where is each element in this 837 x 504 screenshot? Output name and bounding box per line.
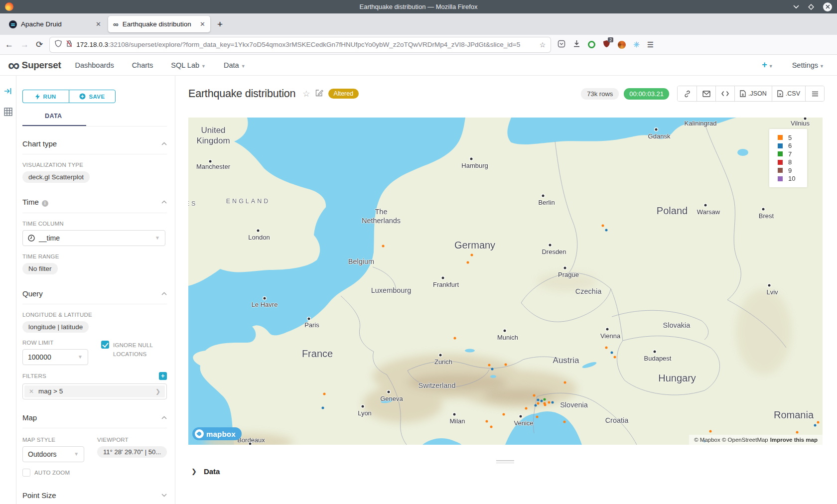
data-point[interactable]: [537, 402, 540, 405]
data-point[interactable]: [488, 364, 491, 367]
data-point[interactable]: [548, 401, 551, 404]
extension-ring-icon[interactable]: [588, 41, 595, 48]
tracking-shield-icon[interactable]: [55, 40, 62, 49]
tab-apache-druid[interactable]: Apache Druid ✕: [4, 16, 106, 32]
save-button[interactable]: SAVE: [69, 90, 116, 103]
data-point[interactable]: [535, 404, 537, 407]
data-point[interactable]: [533, 394, 536, 397]
nav-data[interactable]: Data▼: [224, 61, 246, 69]
data-point[interactable]: [486, 420, 488, 423]
extension-spark-icon[interactable]: ✳: [633, 40, 640, 49]
edit-properties-icon[interactable]: [315, 89, 323, 99]
map-style-select[interactable]: Outdoors ▼: [22, 446, 84, 462]
bookmark-star-icon[interactable]: ☆: [540, 41, 546, 49]
data-point[interactable]: [503, 413, 505, 416]
datasource-grid-icon[interactable]: [4, 108, 12, 118]
map-label: London: [248, 234, 270, 242]
insecure-lock-icon[interactable]: [66, 40, 72, 49]
forward-button[interactable]: →: [20, 40, 29, 50]
chart-menu-button[interactable]: [805, 86, 824, 101]
improve-map-link[interactable]: Improve this map: [770, 437, 818, 443]
data-point[interactable]: [525, 407, 528, 410]
collapse-panel-icon[interactable]: [4, 88, 12, 97]
mapbox-logo[interactable]: mapbox: [192, 427, 242, 440]
lonlat-value[interactable]: longitude | latitude: [22, 321, 89, 333]
auto-zoom-checkbox[interactable]: [22, 469, 30, 477]
data-point[interactable]: [611, 352, 613, 354]
pocket-icon[interactable]: [558, 40, 565, 50]
minimize-icon[interactable]: [793, 5, 799, 9]
data-point[interactable]: [544, 398, 546, 401]
data-point[interactable]: [537, 399, 540, 401]
data-point[interactable]: [322, 407, 324, 409]
data-point[interactable]: [382, 245, 385, 248]
data-tab[interactable]: DATA: [22, 111, 167, 126]
superset-logo[interactable]: ∞ Superset: [8, 58, 61, 73]
data-point[interactable]: [471, 254, 473, 256]
reload-button[interactable]: ⟳: [36, 39, 43, 50]
section-query[interactable]: Query: [22, 289, 167, 298]
data-point[interactable]: [614, 356, 616, 359]
data-point[interactable]: [467, 261, 469, 264]
data-point[interactable]: [605, 347, 608, 349]
data-point[interactable]: [505, 364, 507, 366]
tab-earthquake-distribution[interactable]: ∞ Earthquake distribution ✕: [108, 16, 210, 32]
section-point-size[interactable]: Point Size: [22, 491, 167, 500]
favorite-star-icon[interactable]: ☆: [302, 89, 310, 99]
data-point[interactable]: [564, 381, 566, 384]
panel-drag-handle[interactable]: [496, 459, 514, 465]
adblock-shield-icon[interactable]: 2: [603, 40, 610, 50]
downloads-icon[interactable]: [573, 40, 580, 50]
data-point[interactable]: [536, 416, 539, 418]
back-button[interactable]: ←: [5, 40, 13, 50]
viz-type-value[interactable]: deck.gl Scatterplot: [22, 171, 90, 183]
add-filter-button[interactable]: +: [159, 372, 167, 380]
close-tab-icon[interactable]: ✕: [96, 20, 101, 28]
export-csv-button[interactable]: .CSV: [772, 86, 805, 101]
data-point[interactable]: [814, 424, 817, 427]
data-point[interactable]: [796, 431, 799, 434]
data-point[interactable]: [323, 393, 326, 395]
data-point[interactable]: [491, 368, 494, 371]
row-limit-select[interactable]: 100000 ▼: [22, 349, 88, 365]
new-tab-button[interactable]: +: [212, 19, 228, 30]
export-json-button[interactable]: .JSON: [734, 86, 772, 101]
data-point[interactable]: [490, 426, 493, 428]
time-column-select[interactable]: __time ▼: [22, 230, 165, 246]
remove-filter-icon[interactable]: ✕: [29, 388, 34, 395]
ignore-null-checkbox[interactable]: [101, 341, 109, 349]
data-point[interactable]: [817, 421, 820, 424]
data-point[interactable]: [602, 225, 604, 227]
data-point[interactable]: [709, 430, 712, 433]
viewport-value[interactable]: 11° 28' 29.70" | 50...: [97, 446, 167, 458]
data-point[interactable]: [544, 404, 547, 406]
filter-chip[interactable]: ✕ mag > 5 ❯: [24, 385, 165, 397]
menu-icon[interactable]: ☰: [647, 40, 654, 49]
section-time[interactable]: Timei: [22, 198, 167, 207]
embed-code-button[interactable]: [715, 86, 734, 101]
copy-link-button[interactable]: [678, 86, 697, 101]
url-bar[interactable]: 172.18.0.3:32108/superset/explore/?form_…: [50, 37, 551, 52]
add-new-button[interactable]: +▼: [762, 60, 773, 70]
close-tab-icon[interactable]: ✕: [200, 20, 205, 28]
close-window-icon[interactable]: [823, 2, 832, 11]
maximize-icon[interactable]: [808, 4, 814, 10]
section-map[interactable]: Map: [22, 413, 167, 422]
time-range-value[interactable]: No filter: [22, 263, 58, 274]
settings-menu[interactable]: Settings▼: [792, 61, 824, 69]
email-button[interactable]: [697, 86, 715, 101]
data-point[interactable]: [454, 337, 456, 340]
data-point[interactable]: [552, 401, 554, 404]
data-point[interactable]: [605, 229, 608, 232]
section-chart-type[interactable]: Chart type: [22, 139, 167, 148]
data-point[interactable]: [541, 400, 543, 402]
run-button[interactable]: RUN: [22, 90, 69, 103]
data-point[interactable]: [563, 421, 566, 423]
nav-charts[interactable]: Charts: [132, 61, 153, 69]
nav-sql-lab[interactable]: SQL Lab▼: [171, 61, 206, 69]
nav-dashboards[interactable]: Dashboards: [75, 61, 114, 69]
map-style-label: MAP STYLE: [22, 437, 55, 443]
data-panel-toggle[interactable]: ❯ Data: [191, 467, 220, 476]
extension-palette-icon[interactable]: [618, 41, 626, 49]
deckgl-map[interactable]: United KingdomManchesterENGLANDESLondonL…: [188, 118, 823, 445]
